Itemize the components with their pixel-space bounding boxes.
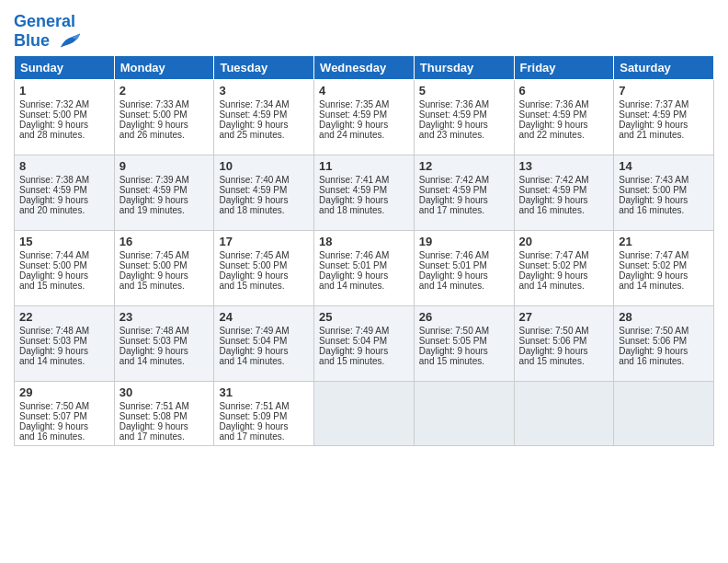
day-number: 4 [319, 84, 409, 98]
cell-text: Sunrise: 7:50 AM [619, 326, 709, 336]
cell-text: Daylight: 9 hours [19, 120, 109, 130]
day-number: 26 [419, 310, 509, 324]
day-number: 3 [219, 84, 309, 98]
cell-text: Sunrise: 7:42 AM [519, 175, 609, 185]
day-number: 13 [519, 159, 609, 173]
cell-text: and 17 minutes. [119, 431, 210, 442]
cell-text: Sunrise: 7:34 AM [219, 99, 309, 109]
weekday-header-tuesday: Tuesday [214, 55, 314, 79]
cell-text: Sunrise: 7:37 AM [619, 99, 709, 109]
calendar-cell: 21Sunrise: 7:47 AMSunset: 5:02 PMDayligh… [614, 230, 714, 305]
cell-text: Sunset: 5:00 PM [119, 109, 210, 120]
cell-text: and 15 minutes. [419, 356, 509, 366]
cell-text: Sunset: 4:59 PM [519, 109, 609, 120]
cell-text: Sunrise: 7:50 AM [419, 326, 509, 336]
cell-text: Daylight: 9 hours [419, 195, 509, 205]
cell-text: Sunset: 5:01 PM [319, 260, 409, 270]
calendar-cell: 17Sunrise: 7:45 AMSunset: 5:00 PMDayligh… [214, 230, 314, 305]
cell-text: Sunset: 4:59 PM [519, 185, 609, 195]
cell-text: and 18 minutes. [319, 205, 409, 215]
calendar-cell [514, 381, 614, 445]
cell-text: Sunrise: 7:41 AM [319, 175, 409, 185]
cell-text: Sunset: 5:05 PM [419, 336, 509, 346]
cell-text: Daylight: 9 hours [619, 120, 709, 130]
cell-text: Sunset: 4:59 PM [219, 109, 309, 120]
calendar-cell: 6Sunrise: 7:36 AMSunset: 4:59 PMDaylight… [514, 79, 614, 155]
cell-text: Daylight: 9 hours [619, 270, 709, 281]
weekday-header-thursday: Thursday [414, 55, 514, 79]
cell-text: and 19 minutes. [119, 205, 210, 215]
cell-text: and 23 minutes. [419, 130, 509, 140]
cell-text: Sunrise: 7:36 AM [519, 99, 609, 109]
cell-text: Sunrise: 7:45 AM [219, 250, 309, 260]
day-number: 19 [419, 235, 509, 248]
calendar-cell: 7Sunrise: 7:37 AMSunset: 4:59 PMDaylight… [614, 79, 714, 155]
calendar-cell: 2Sunrise: 7:33 AMSunset: 5:00 PMDaylight… [114, 79, 214, 155]
cell-text: Sunrise: 7:36 AM [419, 99, 509, 109]
cell-text: Daylight: 9 hours [519, 195, 609, 205]
calendar-cell: 19Sunrise: 7:46 AMSunset: 5:01 PMDayligh… [414, 230, 514, 305]
cell-text: Sunset: 5:00 PM [119, 260, 210, 270]
cell-text: Sunset: 4:59 PM [19, 185, 109, 195]
calendar-cell: 4Sunrise: 7:35 AMSunset: 4:59 PMDaylight… [314, 79, 415, 155]
cell-text: and 14 minutes. [119, 356, 210, 366]
cell-text: Daylight: 9 hours [19, 421, 109, 431]
cell-text: Daylight: 9 hours [219, 270, 309, 281]
cell-text: and 17 minutes. [419, 205, 509, 215]
cell-text: Sunrise: 7:47 AM [519, 250, 609, 260]
cell-text: and 22 minutes. [519, 130, 609, 140]
cell-text: Sunrise: 7:46 AM [319, 250, 409, 260]
cell-text: Sunrise: 7:48 AM [19, 326, 109, 336]
cell-text: Daylight: 9 hours [319, 270, 409, 281]
calendar-cell: 30Sunrise: 7:51 AMSunset: 5:08 PMDayligh… [114, 381, 214, 445]
calendar-cell: 15Sunrise: 7:44 AMSunset: 5:00 PMDayligh… [15, 230, 115, 305]
cell-text: and 14 minutes. [619, 281, 709, 291]
cell-text: and 15 minutes. [319, 356, 409, 366]
cell-text: and 21 minutes. [619, 130, 709, 140]
calendar-cell: 10Sunrise: 7:40 AMSunset: 4:59 PMDayligh… [214, 155, 314, 230]
cell-text: Sunrise: 7:44 AM [19, 250, 109, 260]
cell-text: and 18 minutes. [219, 205, 309, 215]
day-number: 5 [419, 84, 509, 98]
cell-text: Daylight: 9 hours [519, 270, 609, 281]
calendar-cell: 23Sunrise: 7:48 AMSunset: 5:03 PMDayligh… [114, 305, 214, 381]
cell-text: Sunset: 4:59 PM [119, 185, 210, 195]
cell-text: and 16 minutes. [619, 205, 709, 215]
day-number: 7 [619, 84, 709, 98]
cell-text: Sunset: 5:04 PM [319, 336, 409, 346]
cell-text: Daylight: 9 hours [519, 120, 609, 130]
cell-text: and 14 minutes. [319, 281, 409, 291]
day-number: 29 [19, 385, 109, 399]
calendar-cell: 3Sunrise: 7:34 AMSunset: 4:59 PMDaylight… [214, 79, 314, 155]
cell-text: Sunset: 4:59 PM [319, 109, 409, 120]
cell-text: Sunrise: 7:51 AM [119, 401, 210, 411]
calendar-cell: 16Sunrise: 7:45 AMSunset: 5:00 PMDayligh… [114, 230, 214, 305]
day-number: 21 [619, 235, 709, 248]
cell-text: Sunset: 5:02 PM [519, 260, 609, 270]
calendar-cell: 31Sunrise: 7:51 AMSunset: 5:09 PMDayligh… [214, 381, 314, 445]
cell-text: and 20 minutes. [19, 205, 109, 215]
cell-text: Sunrise: 7:35 AM [319, 99, 409, 109]
cell-text: Sunrise: 7:40 AM [219, 175, 309, 185]
cell-text: Daylight: 9 hours [419, 346, 509, 356]
cell-text: Daylight: 9 hours [119, 195, 210, 205]
cell-text: Sunrise: 7:39 AM [119, 175, 210, 185]
cell-text: Sunrise: 7:42 AM [419, 175, 509, 185]
cell-text: Daylight: 9 hours [419, 120, 509, 130]
weekday-header-wednesday: Wednesday [314, 55, 415, 79]
day-number: 31 [219, 385, 309, 399]
day-number: 9 [119, 159, 210, 173]
cell-text: Sunset: 4:59 PM [419, 185, 509, 195]
cell-text: Daylight: 9 hours [219, 421, 309, 431]
cell-text: Sunset: 5:03 PM [119, 336, 210, 346]
calendar-cell: 28Sunrise: 7:50 AMSunset: 5:06 PMDayligh… [614, 305, 714, 381]
cell-text: and 15 minutes. [519, 356, 609, 366]
calendar-cell: 22Sunrise: 7:48 AMSunset: 5:03 PMDayligh… [15, 305, 115, 381]
day-number: 8 [19, 159, 109, 173]
cell-text: Daylight: 9 hours [519, 346, 609, 356]
header: General Blue [14, 9, 714, 52]
cell-text: Daylight: 9 hours [119, 346, 210, 356]
cell-text: Daylight: 9 hours [19, 270, 109, 281]
cell-text: Daylight: 9 hours [319, 195, 409, 205]
cell-text: Sunset: 4:59 PM [219, 185, 309, 195]
